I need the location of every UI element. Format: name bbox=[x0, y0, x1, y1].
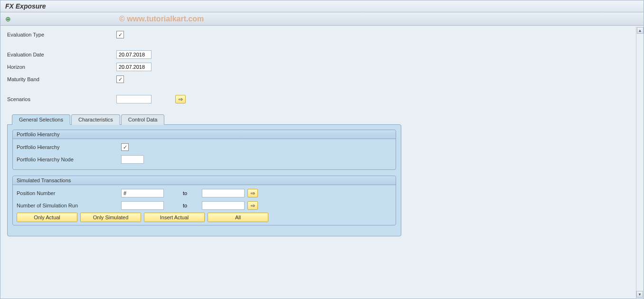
only-actual-button[interactable]: Only Actual bbox=[17, 213, 77, 222]
evaluation-date-input[interactable] bbox=[116, 50, 152, 59]
insert-actual-button[interactable]: Insert Actual bbox=[144, 213, 205, 222]
scroll-up-icon[interactable]: ▲ bbox=[637, 27, 644, 34]
scenarios-input[interactable] bbox=[116, 95, 152, 103]
portfolio-hierarchy-label: Portfolio Hierarchy bbox=[17, 144, 121, 150]
scenarios-label: Scenarios bbox=[7, 96, 116, 102]
window-title: FX Exposure bbox=[5, 2, 46, 10]
horizon-input[interactable] bbox=[116, 63, 152, 71]
tab-characteristics[interactable]: Characteristics bbox=[71, 114, 120, 125]
tab-control-data[interactable]: Control Data bbox=[121, 114, 165, 125]
horizon-label: Horizon bbox=[7, 64, 116, 70]
tab-general-selections[interactable]: General Selections bbox=[12, 114, 70, 125]
position-number-to-input[interactable] bbox=[202, 189, 245, 197]
simulation-run-to-label: to bbox=[164, 203, 202, 208]
group-simulated-title: Simulated Transactions bbox=[13, 176, 396, 185]
watermark-text: © www.tutorialkart.com bbox=[119, 15, 204, 23]
tab-header: General Selections Characteristics Contr… bbox=[12, 114, 637, 124]
group-portfolio-hierarchy: Portfolio Hierarchy Portfolio Hierarchy … bbox=[12, 130, 396, 170]
maturity-band-checkbox[interactable]: ✓ bbox=[116, 75, 124, 83]
tab-panel-general: Portfolio Hierarchy Portfolio Hierarchy … bbox=[7, 124, 401, 236]
simulation-run-multiselect-button[interactable]: ⇨ bbox=[247, 201, 258, 210]
portfolio-hierarchy-checkbox[interactable]: ✓ bbox=[121, 143, 129, 151]
all-button[interactable]: All bbox=[208, 213, 268, 222]
simulation-run-to-input[interactable] bbox=[202, 201, 245, 210]
vertical-scrollbar[interactable]: ▲ ▼ bbox=[636, 27, 644, 299]
tabstrip: General Selections Characteristics Contr… bbox=[7, 114, 637, 236]
position-to-label: to bbox=[164, 190, 202, 196]
position-multiselect-button[interactable]: ⇨ bbox=[247, 189, 258, 197]
group-simulated-transactions: Simulated Transactions Position Number t… bbox=[12, 176, 396, 225]
content-area: Evaluation Type ✓ Evaluation Date Horizo… bbox=[0, 26, 644, 297]
title-bar: FX Exposure bbox=[0, 0, 644, 12]
maturity-band-label: Maturity Band bbox=[7, 76, 116, 82]
main-window: FX Exposure ⊕ © www.tutorialkart.com Eva… bbox=[0, 0, 644, 299]
portfolio-node-label: Portfolio Hierarchy Node bbox=[17, 157, 121, 162]
portfolio-node-input[interactable] bbox=[121, 155, 144, 164]
evaluation-type-label: Evaluation Type bbox=[7, 32, 116, 37]
evaluation-date-label: Evaluation Date bbox=[7, 52, 116, 57]
position-number-label: Position Number bbox=[17, 190, 121, 196]
execute-icon[interactable]: ⊕ bbox=[5, 15, 13, 23]
position-number-from-input[interactable] bbox=[121, 189, 164, 197]
toolbar: ⊕ © www.tutorialkart.com bbox=[0, 12, 644, 26]
only-simulated-button[interactable]: Only Simulated bbox=[80, 213, 141, 222]
simulation-run-from-input[interactable] bbox=[121, 201, 164, 210]
simulation-run-label: Number of Simulation Run bbox=[17, 203, 121, 208]
scenarios-multiselect-button[interactable]: ⇨ bbox=[175, 95, 186, 103]
simulation-button-row: Only Actual Only Simulated Insert Actual… bbox=[17, 213, 392, 222]
scroll-down-icon[interactable]: ▼ bbox=[636, 291, 643, 298]
evaluation-type-checkbox[interactable]: ✓ bbox=[116, 31, 124, 38]
group-portfolio-title: Portfolio Hierarchy bbox=[13, 130, 396, 139]
